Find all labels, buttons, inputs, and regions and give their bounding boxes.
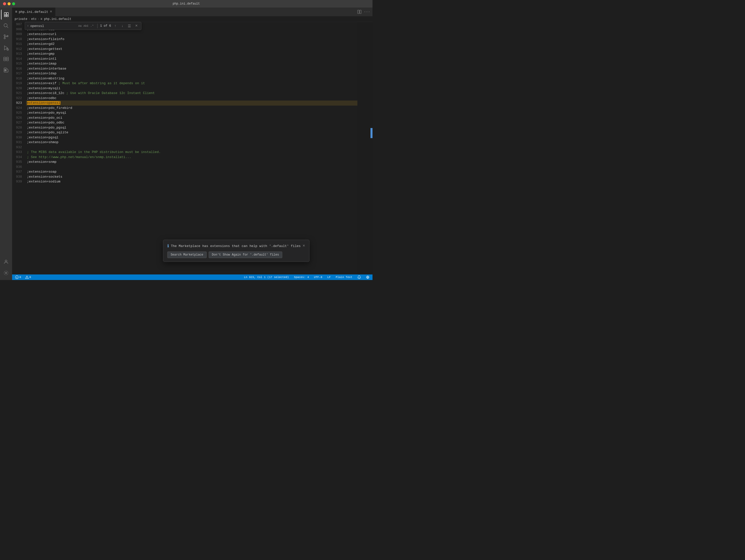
sidebar-item-extensions[interactable] bbox=[1, 54, 11, 64]
code-text: ;extension=pgsql bbox=[27, 135, 59, 140]
whole-word-button[interactable]: AbI bbox=[83, 23, 89, 29]
code-text: ;extension=sodium bbox=[27, 179, 61, 184]
sidebar-item-settings[interactable] bbox=[1, 268, 11, 278]
tab-php-ini-default[interactable]: ≡ php.ini.default × bbox=[12, 7, 56, 17]
search-next-button[interactable]: ↓ bbox=[120, 23, 125, 29]
svg-point-4 bbox=[4, 24, 7, 27]
svg-rect-12 bbox=[4, 59, 5, 61]
code-text: ;extension=fileinfo bbox=[27, 37, 64, 42]
code-line: ;extension=pdo_firebird bbox=[26, 106, 357, 111]
svg-rect-23 bbox=[360, 10, 361, 13]
breadcrumb-file[interactable]: ≡ php.ini.default bbox=[40, 18, 71, 21]
status-indentation[interactable]: Spaces: 4 bbox=[293, 274, 310, 280]
search-expand-icon[interactable]: › bbox=[27, 24, 29, 28]
code-text: ;extension=oci8_12c ; Use with Oracle Da… bbox=[27, 91, 155, 96]
status-line-ending[interactable]: LF bbox=[326, 274, 332, 280]
sidebar-item-source-control[interactable] bbox=[1, 32, 11, 42]
code-line: ;extension=pdo_odbc bbox=[26, 120, 357, 125]
svg-rect-16 bbox=[5, 69, 5, 70]
line-numbers: 9079089099109119129139149159169179189199… bbox=[12, 22, 26, 274]
activity-bar bbox=[0, 7, 12, 280]
line-number: 913 bbox=[12, 52, 24, 57]
sidebar-item-run[interactable] bbox=[1, 43, 11, 53]
error-count: 0 bbox=[20, 276, 21, 279]
sidebar-item-files[interactable] bbox=[1, 9, 11, 20]
search-select-all-button[interactable]: ☰ bbox=[127, 23, 132, 29]
code-line: ;extension=oci8_12c ; Use with Oracle Da… bbox=[26, 91, 357, 96]
status-errors[interactable]: ✕ 0 bbox=[14, 274, 22, 280]
code-text: extension=openssl bbox=[27, 101, 61, 106]
status-right: Ln 923, Col 1 (17 selected) Spaces: 4 UT… bbox=[243, 274, 370, 280]
svg-marker-9 bbox=[4, 46, 8, 50]
tab-actions: ··· bbox=[356, 8, 372, 15]
encoding-label: UTF-8 bbox=[314, 276, 322, 279]
code-text: ;extension=imap bbox=[27, 61, 57, 66]
search-close-button[interactable]: × bbox=[134, 23, 139, 29]
regex-button[interactable]: .* bbox=[89, 23, 95, 29]
match-case-button[interactable]: Aa bbox=[77, 23, 83, 29]
app-body: ≡ php.ini.default × ··· private › etc › … bbox=[0, 7, 372, 280]
line-number: 907 bbox=[12, 22, 24, 27]
code-line: ;extension=pdo_mysql bbox=[26, 110, 357, 116]
search-input[interactable] bbox=[30, 24, 75, 28]
code-text: ;extension=curl bbox=[27, 32, 57, 37]
line-number: 916 bbox=[12, 66, 24, 71]
dont-show-again-button[interactable]: Don't Show Again for '.default' files bbox=[209, 252, 282, 258]
code-text: ;extension=intl bbox=[27, 57, 57, 62]
breadcrumb-private[interactable]: private bbox=[14, 18, 27, 21]
code-line: ;extension=pdo_sqlite bbox=[26, 130, 357, 135]
svg-rect-0 bbox=[4, 12, 6, 15]
code-text: ;extension=gd2 bbox=[27, 41, 55, 46]
close-button[interactable] bbox=[3, 2, 6, 5]
more-actions-button[interactable]: ··· bbox=[363, 8, 370, 15]
status-remote-icon[interactable] bbox=[365, 274, 370, 280]
split-editor-button[interactable] bbox=[356, 8, 363, 15]
code-line: ;extension=interbase bbox=[26, 66, 357, 71]
code-line: extension=openssl bbox=[26, 101, 357, 106]
code-line bbox=[26, 145, 357, 150]
search-options: Aa AbI .* bbox=[77, 23, 95, 29]
svg-rect-3 bbox=[6, 15, 8, 17]
svg-rect-18 bbox=[5, 70, 5, 71]
line-number: 909 bbox=[12, 32, 24, 37]
indentation-label: Spaces: 4 bbox=[294, 276, 309, 279]
code-text: ;extension=snmp bbox=[27, 160, 57, 165]
traffic-lights bbox=[3, 2, 15, 5]
status-language[interactable]: Plain Text bbox=[335, 274, 353, 280]
code-line: ;extension=snmp bbox=[26, 160, 357, 165]
tab-close-button[interactable]: × bbox=[50, 10, 52, 14]
title-bar: php.ini.default bbox=[0, 0, 372, 7]
cursor-position: Ln 923, Col 1 (17 selected) bbox=[244, 276, 289, 279]
code-text: ;extension=soap bbox=[27, 169, 57, 174]
line-number: 924 bbox=[12, 106, 24, 111]
notification-buttons: Search Marketplace Don't Show Again for … bbox=[167, 252, 305, 258]
minimize-button[interactable] bbox=[7, 2, 10, 5]
minimap[interactable] bbox=[357, 22, 372, 274]
notification-close-button[interactable]: × bbox=[303, 244, 305, 248]
code-line: ; The MIBS data available in the PHP dis… bbox=[26, 150, 357, 155]
status-bar: ✕ 0 ! 0 Ln 923, Col 1 (17 selected) Spac… bbox=[12, 274, 372, 280]
search-prev-button[interactable]: ↑ bbox=[112, 23, 118, 29]
tab-file-icon: ≡ bbox=[15, 10, 17, 14]
search-marketplace-button[interactable]: Search Marketplace bbox=[167, 252, 207, 258]
sidebar-item-docker[interactable] bbox=[1, 65, 11, 75]
line-number: 917 bbox=[12, 71, 24, 76]
status-warnings[interactable]: ! 0 bbox=[24, 274, 32, 280]
warning-count: 0 bbox=[30, 276, 31, 279]
maximize-button[interactable] bbox=[12, 2, 15, 5]
status-encoding[interactable]: UTF-8 bbox=[313, 274, 323, 280]
status-position[interactable]: Ln 923, Col 1 (17 selected) bbox=[243, 274, 290, 280]
status-notifications-icon[interactable] bbox=[356, 274, 362, 280]
search-count: 1 of 6 bbox=[100, 24, 111, 28]
sidebar-item-search[interactable] bbox=[1, 21, 11, 31]
code-line: ;extension=shmop bbox=[26, 140, 357, 145]
sidebar-item-account[interactable] bbox=[1, 257, 11, 267]
code-area[interactable]: ;;extension=bz2;extension=curl;extension… bbox=[26, 22, 357, 274]
line-number: 923 bbox=[12, 101, 24, 106]
window-title: php.ini.default bbox=[173, 2, 200, 5]
breadcrumb: private › etc › ≡ php.ini.default bbox=[12, 17, 372, 22]
notification-popup: ℹ The Marketplace has extensions that ca… bbox=[163, 240, 310, 262]
breadcrumb-etc[interactable]: etc bbox=[31, 18, 37, 21]
tab-label: php.ini.default bbox=[19, 10, 48, 14]
code-text: ; See http://www.php.net/manual/en/snmp.… bbox=[27, 155, 131, 160]
